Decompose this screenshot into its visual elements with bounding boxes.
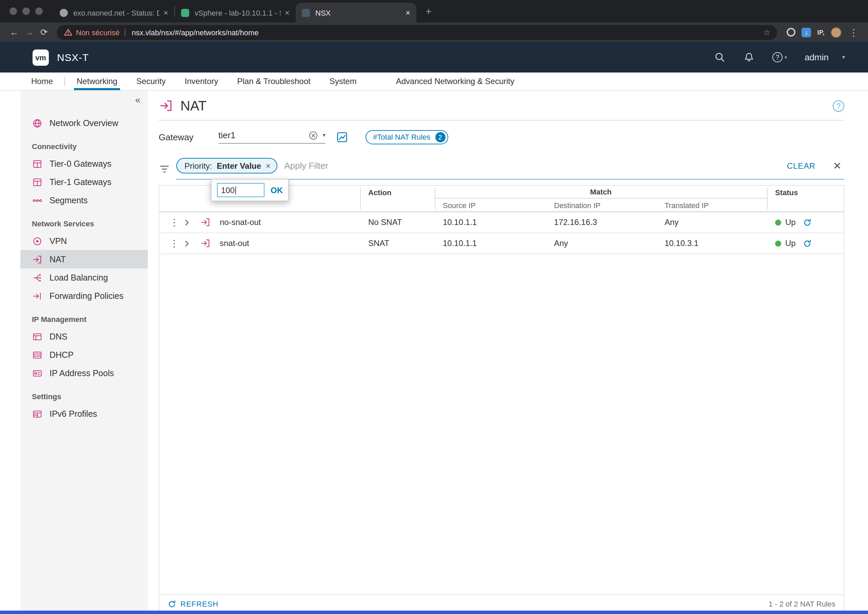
badge-label: #Total NAT Rules bbox=[373, 133, 430, 141]
search-icon[interactable] bbox=[714, 51, 725, 63]
pagination-range: 1 - 2 of 2 NAT Rules bbox=[769, 600, 835, 608]
nav-tab-home[interactable]: Home bbox=[22, 73, 62, 90]
url-text[interactable]: nsx.vlab/nsx/#/app/networks/nat/home bbox=[132, 28, 758, 36]
row-menu-icon[interactable]: ⋮ bbox=[159, 217, 180, 228]
browser-tab-2[interactable]: vSphere - lab-10.10.1.1 - Summa × bbox=[175, 3, 296, 22]
tab-close-icon[interactable]: × bbox=[163, 8, 168, 17]
sidebar: « Network Overview Connectivity Tier-0 G… bbox=[20, 91, 148, 614]
bookmark-star-icon[interactable]: ☆ bbox=[763, 28, 771, 37]
chevron-down-icon: ▾ bbox=[784, 54, 787, 60]
row-menu-icon[interactable]: ⋮ bbox=[159, 238, 180, 249]
page-help-icon[interactable]: ? bbox=[833, 100, 844, 112]
nav-tab-plan-troubleshoot[interactable]: Plan & Troubleshoot bbox=[228, 73, 320, 90]
tab-close-icon[interactable]: × bbox=[405, 8, 410, 17]
sidebar-item-dhcp[interactable]: DHCP bbox=[20, 346, 148, 364]
clear-selection-icon[interactable] bbox=[309, 130, 318, 140]
load-balancing-icon bbox=[32, 272, 43, 283]
security-status[interactable]: Non sécurisé bbox=[76, 28, 120, 36]
sidebar-group-settings: Settings bbox=[20, 382, 148, 405]
filter-icon[interactable] bbox=[159, 163, 170, 175]
priority-filter-chip[interactable]: Priority: Enter Value × bbox=[176, 158, 277, 174]
ip-extension-icon[interactable]: IP, bbox=[817, 29, 825, 36]
extensions-area: ↓ IP, ⋮ bbox=[787, 27, 859, 37]
window-close-button[interactable] bbox=[9, 8, 17, 15]
row-expand-icon[interactable] bbox=[182, 239, 191, 248]
primary-nav: Home Networking Security Inventory Plan … bbox=[0, 73, 868, 91]
column-separator bbox=[435, 188, 435, 209]
source-ip-column-header: Source IP bbox=[435, 198, 546, 211]
sidebar-item-segments[interactable]: Segments bbox=[20, 191, 148, 209]
tab-close-icon[interactable]: × bbox=[285, 8, 290, 17]
sidebar-item-nat[interactable]: NAT bbox=[20, 250, 148, 268]
topology-view-icon[interactable] bbox=[336, 131, 348, 143]
refresh-status-icon[interactable] bbox=[803, 239, 812, 248]
translated-ip-column-header: Translated IP bbox=[657, 198, 767, 211]
column-separator bbox=[360, 188, 361, 209]
row-expand-icon[interactable] bbox=[182, 218, 191, 227]
download-extension-icon[interactable]: ↓ bbox=[802, 28, 811, 37]
chip-remove-icon[interactable]: × bbox=[266, 161, 270, 171]
table-row[interactable]: ⋮ snat-out SNAT 10.10.1.1 Any 10.10.3.1 … bbox=[159, 233, 843, 254]
rule-source-ip: 10.10.1.1 bbox=[435, 239, 546, 248]
help-menu[interactable]: ? ▾ bbox=[772, 52, 787, 62]
new-tab-button[interactable]: + bbox=[421, 3, 437, 19]
nav-tab-inventory[interactable]: Inventory bbox=[175, 73, 228, 90]
badge-count: 2 bbox=[435, 132, 445, 142]
rule-name[interactable]: snat-out bbox=[220, 239, 249, 248]
rule-destination-ip: Any bbox=[546, 239, 657, 248]
rule-translated-ip: Any bbox=[657, 217, 767, 227]
priority-value-input[interactable]: 100 bbox=[217, 183, 264, 197]
sidebar-item-ip-address-pools[interactable]: IP Address Pools bbox=[20, 364, 148, 382]
sidebar-item-network-overview[interactable]: Network Overview bbox=[20, 114, 148, 132]
browser-profile-avatar[interactable] bbox=[831, 27, 842, 37]
sidebar-item-dns[interactable]: DNS bbox=[20, 327, 148, 346]
dhcp-icon bbox=[32, 349, 43, 360]
header-actions: ? ▾ admin ▾ bbox=[714, 51, 845, 63]
sidebar-item-load-balancing[interactable]: Load Balancing bbox=[20, 268, 148, 287]
user-menu[interactable]: admin ▾ bbox=[804, 52, 845, 62]
clear-filter-button[interactable]: CLEAR bbox=[787, 161, 815, 171]
rule-destination-ip: 172.16.16.3 bbox=[546, 217, 657, 227]
nav-tab-networking[interactable]: Networking bbox=[67, 73, 127, 90]
gateway-row: Gateway tier1 ▾ #Total NAT Rules 2 bbox=[159, 127, 844, 146]
sidebar-item-forwarding-policies[interactable]: Forwarding Policies bbox=[20, 287, 148, 305]
refresh-button[interactable]: REFRESH bbox=[168, 599, 218, 608]
close-filter-icon[interactable]: ✕ bbox=[833, 160, 842, 172]
refresh-status-icon[interactable] bbox=[803, 218, 812, 227]
nav-tab-security[interactable]: Security bbox=[127, 73, 175, 90]
gateway-select[interactable]: tier1 ▾ bbox=[218, 130, 326, 144]
tab-title: vSphere - lab-10.10.1.1 - Summa bbox=[195, 8, 281, 17]
browser-tab-active[interactable]: NSX × bbox=[296, 3, 416, 22]
chevron-down-icon[interactable]: ▾ bbox=[323, 132, 326, 138]
sidebar-item-vpn[interactable]: VPN bbox=[20, 232, 148, 250]
sidebar-item-tier1-gateways[interactable]: Tier-1 Gateways bbox=[20, 173, 148, 191]
sidebar-item-ipv6-profiles[interactable]: IPv6 Profiles bbox=[20, 405, 148, 423]
main-content: NAT ? Gateway tier1 ▾ #Total NAT Rules 2 bbox=[148, 91, 868, 614]
reload-button[interactable]: ⟳ bbox=[37, 27, 51, 37]
browser-tab-1[interactable]: exo.naoned.net - Status: Dashbo × bbox=[54, 3, 174, 22]
browser-menu-icon[interactable]: ⋮ bbox=[849, 27, 859, 37]
sidebar-item-tier0-gateways[interactable]: Tier-0 Gateways bbox=[20, 155, 148, 173]
chip-value[interactable]: Enter Value bbox=[217, 161, 261, 171]
notifications-bell-icon[interactable] bbox=[743, 51, 755, 63]
table-row[interactable]: ⋮ no-snat-out No SNAT 10.10.1.1 172.16.1… bbox=[159, 212, 843, 233]
title-row: NAT ? bbox=[159, 97, 844, 115]
window-zoom-button[interactable] bbox=[35, 8, 43, 15]
apply-filter-input[interactable] bbox=[284, 161, 787, 171]
nav-tab-system[interactable]: System bbox=[320, 73, 366, 90]
tab-favicon bbox=[60, 8, 68, 17]
forward-button[interactable]: → bbox=[22, 27, 37, 37]
back-button[interactable]: ← bbox=[7, 27, 22, 37]
ok-button[interactable]: OK bbox=[270, 185, 283, 195]
window-minimize-button[interactable] bbox=[22, 8, 30, 15]
forwarding-policies-icon bbox=[32, 290, 43, 301]
extension-ring-icon[interactable] bbox=[787, 28, 796, 37]
sidebar-collapse-icon[interactable]: « bbox=[135, 94, 140, 105]
rule-name[interactable]: no-snat-out bbox=[220, 217, 261, 227]
warning-icon bbox=[64, 28, 73, 37]
address-bar[interactable]: Non sécurisé nsx.vlab/nsx/#/app/networks… bbox=[57, 25, 778, 40]
nav-tab-advanced-networking[interactable]: Advanced Networking & Security bbox=[387, 73, 524, 90]
text-caret bbox=[235, 186, 236, 194]
column-separator bbox=[767, 188, 768, 209]
chevron-down-icon: ▾ bbox=[842, 54, 845, 60]
